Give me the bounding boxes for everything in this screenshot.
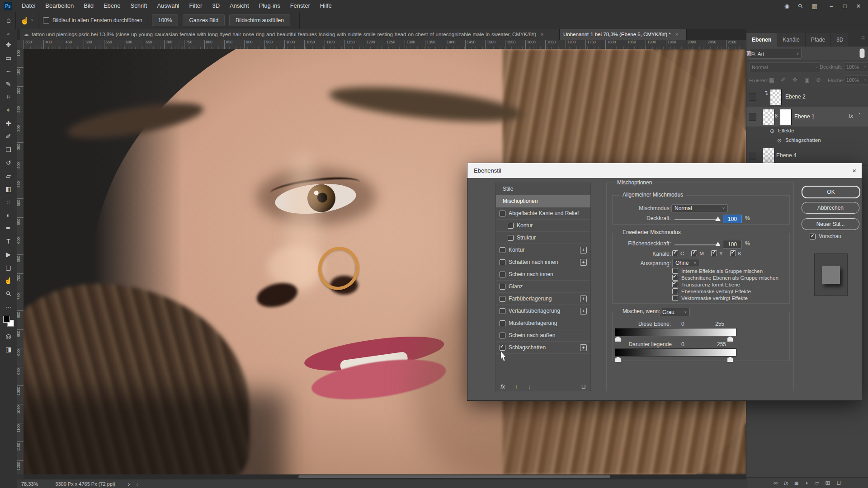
add-effect-icon[interactable]: + xyxy=(580,344,587,351)
visibility-toggle[interactable] xyxy=(749,152,756,160)
style-checkbox[interactable]: ✓ xyxy=(508,235,514,241)
preview-checkbox[interactable] xyxy=(810,234,816,239)
hand-tool-icon[interactable]: ☝ xyxy=(20,16,29,25)
shape-tool[interactable]: ▢ xyxy=(0,261,17,274)
channel-checkbox[interactable] xyxy=(672,250,678,256)
lock-transparency-icon[interactable]: ▦ xyxy=(769,76,774,83)
layer-row[interactable]: ↴ Ebene 2 xyxy=(746,87,868,107)
add-effect-fx-icon[interactable]: fx xyxy=(500,383,505,390)
move-tool[interactable]: ✥ xyxy=(0,38,17,51)
channel-checkbox-row[interactable]: C xyxy=(672,250,684,256)
history-brush-tool[interactable]: ↺ xyxy=(0,156,17,169)
move-effect-down-icon[interactable]: ↓ xyxy=(528,383,531,390)
channel-checkbox[interactable] xyxy=(691,250,697,256)
effects-row[interactable]: ⊙ Effekte xyxy=(746,127,868,136)
menu-item-ansicht[interactable]: Ansicht xyxy=(225,0,254,12)
style-checkbox[interactable]: ✓ xyxy=(500,345,505,351)
close-tab-icon[interactable]: × xyxy=(541,32,543,37)
blend-option-checkbox[interactable]: ✓ xyxy=(672,282,678,287)
mask-link-icon[interactable]: 8 xyxy=(775,113,778,118)
channel-checkbox-row[interactable]: M xyxy=(691,250,704,256)
visibility-toggle[interactable] xyxy=(749,113,756,121)
style-list-item[interactable]: ✓ Abgeflachte Kante und Relief xyxy=(496,207,590,220)
style-checkbox[interactable]: ✓ xyxy=(500,211,505,216)
scroll-all-windows-checkbox[interactable] xyxy=(43,17,49,23)
blend-option-checkbox[interactable]: ✓ xyxy=(672,295,678,301)
collapse-effects-icon[interactable]: ˆ xyxy=(859,113,860,119)
style-list-item[interactable]: ✓ Musterüberlagerung xyxy=(496,317,590,329)
menu-item-datei[interactable]: Datei xyxy=(17,0,40,12)
menu-item-bild[interactable]: Bild xyxy=(79,0,99,12)
blend-option-checkbox[interactable]: ✓ xyxy=(672,288,678,294)
blur-tool[interactable]: ◌ xyxy=(0,195,17,208)
style-checkbox[interactable]: ✓ xyxy=(500,296,505,302)
layer-name[interactable]: Ebene 1 xyxy=(794,113,815,120)
layer-row-selected[interactable]: 8 Ebene 1 fx ˆ xyxy=(746,107,868,127)
style-checkbox[interactable]: ✓ xyxy=(500,284,505,290)
workspace-icon[interactable]: ▦ xyxy=(812,3,817,9)
new-style-button[interactable]: Neuer Stil... xyxy=(802,218,859,230)
style-list-item[interactable]: ✓ Stile xyxy=(496,183,590,195)
style-list-item[interactable]: ✓ Kontur + xyxy=(496,244,590,256)
fill-slider[interactable] xyxy=(675,244,720,245)
eye-icon[interactable]: ⊙ xyxy=(777,137,782,144)
blend-mode-select[interactable]: Normal˅ xyxy=(671,204,728,212)
restore-button[interactable]: □ xyxy=(840,3,850,9)
style-list-item[interactable]: ✓ Glanz xyxy=(496,281,590,293)
style-checkbox[interactable]: ✓ xyxy=(500,320,505,326)
style-list-item[interactable]: ✓ Schatten nach innen + xyxy=(496,256,590,268)
blend-option-row[interactable]: ✓ Interne Effekte als Gruppe mischen xyxy=(672,268,763,274)
move-effect-up-icon[interactable]: ↑ xyxy=(515,383,518,390)
toolbar-collapse-icon[interactable]: » xyxy=(7,31,10,36)
add-effect-icon[interactable]: + xyxy=(580,259,587,266)
menu-item-schrift[interactable]: Schrift xyxy=(126,0,152,12)
menu-item-ebene[interactable]: Ebene xyxy=(99,0,126,12)
menu-item-fenster[interactable]: Fenster xyxy=(285,0,315,12)
type-tool[interactable]: T xyxy=(0,235,17,248)
dodge-tool[interactable]: ◐ xyxy=(0,208,17,221)
blend-option-row[interactable]: ✓ Beschnittene Ebenen als Gruppe mischen xyxy=(672,275,778,281)
style-checkbox[interactable]: ✓ xyxy=(500,247,505,253)
fx-badge[interactable]: fx xyxy=(849,113,853,119)
opacity-value[interactable]: 100%˅ xyxy=(844,62,868,71)
menu-item-filter[interactable]: Filter xyxy=(184,0,208,12)
style-checkbox[interactable]: ✓ xyxy=(500,259,505,265)
shadow-effect-row[interactable]: ⊙ Schlagschatten xyxy=(746,136,868,146)
quick-selection-tool[interactable]: ✎ xyxy=(0,77,17,90)
fill-screen-button[interactable]: Bildschirm ausfüllen xyxy=(229,14,290,26)
color-swatches[interactable] xyxy=(3,316,14,327)
tab-pfade[interactable]: Pfade xyxy=(806,33,831,47)
layer-thumbnail[interactable] xyxy=(770,89,782,105)
brush-tool[interactable]: ✐ xyxy=(0,130,17,143)
style-list-item[interactable]: ✓ Kontur xyxy=(496,220,590,232)
style-checkbox[interactable]: ✓ xyxy=(500,272,505,277)
eraser-tool[interactable]: ▱ xyxy=(0,169,17,182)
preview-row[interactable]: Vorschau xyxy=(810,233,841,239)
fit-screen-button[interactable]: Ganzes Bild xyxy=(183,14,225,26)
style-checkbox[interactable]: ✓ xyxy=(500,308,505,314)
lock-all-icon[interactable]: ⊘ xyxy=(816,76,821,83)
delete-effect-icon[interactable]: ⊔ xyxy=(581,383,586,390)
scrollbar-thumb[interactable] xyxy=(298,475,610,478)
close-tab-icon[interactable]: × xyxy=(675,32,678,37)
style-checkbox[interactable]: ✓ xyxy=(508,223,514,229)
effect-label[interactable]: Schlagschatten xyxy=(785,137,821,143)
layer-style-icon[interactable]: fx xyxy=(784,480,788,486)
layer-filter-select[interactable]: ⚲ Art ˅ xyxy=(749,49,802,59)
blend-option-row[interactable]: ✓ Ebenenmaske verbirgt Effekte xyxy=(672,288,751,294)
pen-tool[interactable]: ✒ xyxy=(0,221,17,235)
status-chevron-right-icon[interactable]: › xyxy=(128,481,130,488)
menu-item-plugins[interactable]: Plug-ins xyxy=(254,0,285,12)
style-list-item[interactable]: ✓ Farbüberlagerung + xyxy=(496,293,590,305)
crop-tool[interactable]: ⌗ xyxy=(0,90,17,103)
opacity-value[interactable]: 100 xyxy=(723,215,742,223)
layer-mask-icon[interactable]: ◙ xyxy=(795,479,798,486)
cancel-button[interactable]: Abbrechen xyxy=(802,202,859,214)
add-effect-icon[interactable]: + xyxy=(580,296,587,302)
path-selection-tool[interactable]: ▶ xyxy=(0,248,17,261)
layer-mask-thumbnail[interactable] xyxy=(780,109,792,125)
link-layers-icon[interactable]: ∞ xyxy=(774,479,778,486)
knockout-select[interactable]: Ohne˅ xyxy=(672,259,699,267)
eye-icon[interactable]: ⊙ xyxy=(770,128,774,134)
zoom-level[interactable]: 78,33% xyxy=(21,481,38,487)
